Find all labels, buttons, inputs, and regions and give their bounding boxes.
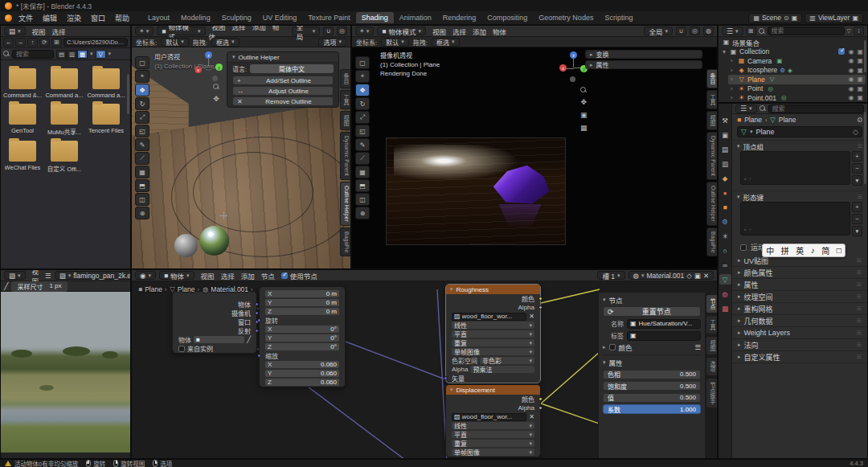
properties-section-header[interactable]: ▸ 几何数据 ☰ bbox=[732, 315, 867, 327]
vertex-groups-header[interactable]: ▾顶点组☰ bbox=[732, 141, 867, 151]
scrollbar[interactable] bbox=[127, 74, 129, 114]
properties-section-header[interactable]: ▸ 属性 ☰ bbox=[732, 279, 867, 291]
pin-icon[interactable]: ⊙ bbox=[784, 14, 789, 22]
displacement-image-node[interactable]: ▾Displacement 颜色 Alpha ▨wood_floor_wor..… bbox=[445, 384, 541, 457]
node-label-field[interactable]: ▣ bbox=[627, 331, 701, 341]
ime-item[interactable]: 中 bbox=[766, 244, 774, 256]
mode-dropdown[interactable]: ■物体模式▾ bbox=[157, 27, 205, 35]
editor-type-button[interactable]: ◉▾ bbox=[135, 271, 156, 280]
empty-object[interactable] bbox=[219, 211, 227, 219]
expander-icon[interactable]: ▾ bbox=[723, 48, 727, 55]
add-item-button[interactable]: + bbox=[852, 151, 862, 162]
sidebar-tab[interactable]: 工具 bbox=[706, 315, 717, 334]
render-visibility-icon[interactable]: ▣ bbox=[857, 85, 863, 92]
node-property-slider[interactable]: 饱和度0.500 bbox=[603, 381, 701, 391]
properties-tab[interactable]: ▥ bbox=[719, 158, 731, 169]
tool-button[interactable]: ⬒ bbox=[135, 179, 149, 192]
outliner-object-row[interactable]: › ◈ Icosphere ⚙ ◈ ◉ ▣ bbox=[728, 66, 866, 76]
mapping-node[interactable]: X0 mY0 mZ0 m 旋转 X0°Y0°Z0° 缩放 X0.060Y0.06… bbox=[259, 286, 346, 387]
sidebar-tab[interactable]: 视图 bbox=[706, 111, 717, 130]
folder-item[interactable]: Command a... bbox=[44, 65, 84, 99]
blender-menu-icon[interactable] bbox=[5, 14, 12, 22]
workspace-tab[interactable]: Layout bbox=[142, 12, 175, 23]
sidebar-tab[interactable]: 选项 bbox=[706, 357, 717, 376]
search-input[interactable] bbox=[12, 50, 54, 59]
material-selector[interactable]: ◍▾ Material.001 ◇ ▣ ✕ bbox=[628, 271, 714, 280]
scrollbar[interactable] bbox=[864, 112, 866, 184]
render-visibility-icon[interactable]: ▣ bbox=[857, 48, 863, 55]
menu-item[interactable]: 添加 bbox=[249, 25, 269, 32]
folder-item[interactable]: WeChat Files bbox=[2, 137, 43, 173]
properties-section-header[interactable]: ▸ 颜色属性 ☰ bbox=[732, 267, 867, 279]
ime-item[interactable]: 英 bbox=[796, 244, 804, 256]
node-output-socket[interactable]: 反射 bbox=[173, 326, 256, 335]
tool-button[interactable]: ▢ bbox=[135, 56, 149, 69]
material-slot-dropdown[interactable]: 槽 1▾ bbox=[597, 271, 624, 280]
properties-tab[interactable]: ∞ bbox=[719, 260, 731, 270]
hamburger-icon[interactable]: ☰ bbox=[45, 272, 51, 280]
use-nodes-toggle[interactable]: 使用节点 bbox=[281, 271, 317, 281]
properties-tab[interactable]: ◆ bbox=[719, 173, 731, 183]
scale-value-field[interactable]: X0.060 bbox=[265, 361, 339, 368]
image-option-dropdown[interactable]: 单帧图像▾ bbox=[452, 449, 534, 456]
workspace-tab[interactable]: Texture Paint bbox=[302, 12, 356, 23]
menu-item[interactable]: 文件 bbox=[14, 13, 38, 24]
properties-tab[interactable]: ● bbox=[719, 187, 731, 198]
properties-tab[interactable]: ⚒ bbox=[719, 115, 731, 125]
roughness-image-node[interactable]: ▾Roughness 颜色 Alpha ▨wood_floor_wor... ✕… bbox=[445, 284, 541, 383]
image-option-dropdown[interactable]: 重复▾ bbox=[452, 339, 534, 346]
tool-button[interactable]: ⤢ bbox=[135, 111, 149, 124]
eyedropper-icon[interactable]: ╱ bbox=[247, 336, 251, 343]
collapse-icon[interactable]: ▾ bbox=[232, 54, 235, 60]
menu-item[interactable]: 选择 bbox=[49, 27, 69, 37]
expander-icon[interactable]: › bbox=[731, 76, 735, 83]
snap-icon[interactable]: ∪ bbox=[676, 27, 686, 35]
remove-item-button[interactable]: − bbox=[852, 163, 862, 174]
editor-type-button[interactable]: ⌖▾ bbox=[135, 27, 154, 35]
add-item-button[interactable]: + bbox=[852, 202, 862, 212]
sample-size-value[interactable]: 1 px bbox=[49, 282, 61, 291]
filter-icon[interactable]: ▽ bbox=[847, 28, 851, 35]
sidebar-tab[interactable]: 节点 bbox=[706, 294, 717, 313]
menu-item[interactable]: 节点 bbox=[258, 272, 278, 281]
properties-section-header[interactable]: ▸ 法向 ☰ bbox=[732, 339, 867, 351]
properties-tab[interactable]: ○ bbox=[719, 245, 731, 256]
shape-keys-list[interactable] bbox=[740, 202, 850, 236]
sidebar-tab[interactable]: 条目 bbox=[340, 69, 350, 88]
viewlayer-selector[interactable]: ▥ ViewLayer ▣ bbox=[805, 13, 863, 23]
tool-button[interactable]: ⌖ bbox=[355, 70, 370, 83]
menu-item[interactable]: 选择 bbox=[449, 27, 469, 37]
rotation-value-field[interactable]: X0° bbox=[265, 326, 339, 333]
outline-helper-button[interactable]: ✕ Remove Outline bbox=[232, 96, 334, 106]
node-output-socket[interactable]: 窗口 bbox=[173, 317, 256, 326]
drag-value-dropdown[interactable]: 框选▾ bbox=[432, 38, 460, 47]
editor-type-button[interactable]: ☰▾ bbox=[735, 104, 757, 113]
outline-helper-button[interactable]: + Add/Set Outline bbox=[232, 76, 334, 85]
filter-dropdown[interactable]: ▾ bbox=[108, 51, 112, 57]
scene-selector[interactable]: ▦ Scene ⊙ ▣ bbox=[748, 13, 802, 23]
properties-section-header[interactable]: ▾属性 bbox=[603, 358, 701, 367]
outliner-options-icon[interactable]: ⁞ bbox=[854, 27, 864, 35]
expander-icon[interactable]: › bbox=[731, 94, 735, 101]
workspace-tab[interactable]: UV Editing bbox=[257, 12, 303, 23]
workspace-tab[interactable]: Rendering bbox=[437, 12, 482, 23]
path-field[interactable]: C:\Users\26290\Docu... bbox=[63, 38, 128, 47]
tool-button[interactable]: ◫ bbox=[355, 193, 370, 206]
reset-node-button[interactable]: ⟳重置节点 bbox=[603, 306, 701, 317]
alpha-output-socket[interactable]: Alpha bbox=[446, 303, 540, 312]
remove-item-button[interactable]: − bbox=[852, 214, 862, 224]
folder-item[interactable]: 自定义 Offi... bbox=[44, 137, 84, 173]
eyedropper-icon[interactable]: ╱ bbox=[4, 282, 8, 290]
menu-item[interactable]: 物体 bbox=[489, 27, 510, 37]
editor-type-button[interactable]: ▤▾ bbox=[4, 27, 26, 35]
sidebar-tab[interactable]: Outline Helper bbox=[340, 182, 350, 226]
axis-y-ball[interactable]: y bbox=[215, 63, 223, 71]
outliner-object-row[interactable]: › ☀ Point ◎ ◉ ▣ bbox=[728, 84, 866, 94]
sidebar-tab[interactable]: 工具 bbox=[340, 90, 350, 109]
sidebar-tab[interactable]: BagaPie bbox=[706, 227, 717, 256]
pin-icon[interactable]: ⊙ bbox=[857, 116, 862, 124]
outliner-object-row[interactable]: › ▦ Camera ▣ ◉ ▣ bbox=[728, 56, 866, 66]
image-datablock-field[interactable]: ▨wood_floor_wor... bbox=[452, 413, 526, 421]
display-settings-dropdown[interactable]: ▾ bbox=[90, 51, 93, 57]
light-object-outline[interactable] bbox=[239, 128, 253, 142]
